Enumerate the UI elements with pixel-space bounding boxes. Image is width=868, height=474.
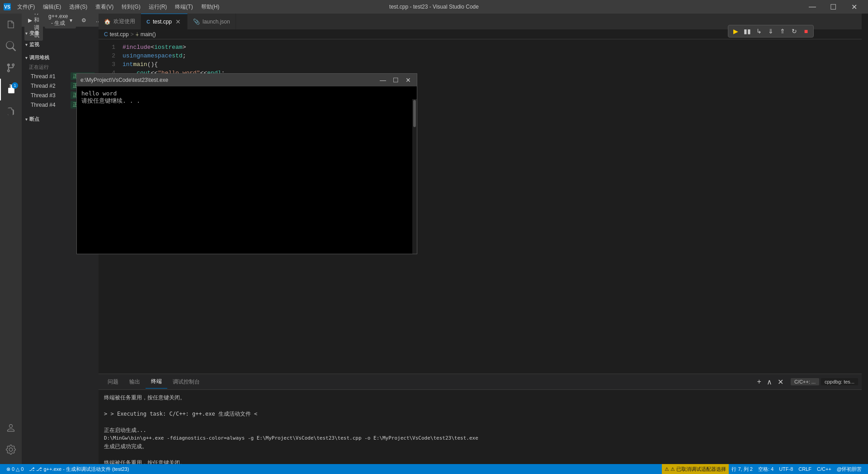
settings-button[interactable]: ⚙ — [78, 16, 90, 25]
status-notification[interactable]: @怀初胆苦 — [834, 464, 864, 474]
title-bar: VS 文件(F)编辑(E)选择(S)查看(V)转到(G)运行(R)终端(T)帮助… — [0, 0, 868, 14]
panel-line-7: 生成已成功完成。 — [104, 442, 856, 450]
bottom-panel: 问题 输出 终端 调试控制台 + ∧ ✕ C/C++: ... cppdbg: … — [99, 374, 862, 464]
panel-tab-debug[interactable]: 调试控制台 — [167, 375, 205, 389]
activity-extensions[interactable] — [0, 100, 22, 122]
play-icon: ▶ — [28, 17, 32, 24]
code-line-2: using namespace std; — [123, 52, 862, 60]
title-bar-title: test.cpp - test23 - Visual Studio Code — [389, 4, 479, 10]
panel-add-button[interactable]: + — [755, 377, 763, 387]
terminal-title: e:\MyProject\VsCode\test23\test.exe — [80, 77, 375, 83]
tab-welcome[interactable]: 🏠 欢迎使用 — [99, 14, 141, 29]
panel-line-1: 终端被任务重用，按任意键关闭。 — [104, 393, 856, 402]
status-language[interactable]: C/C++ — [814, 464, 834, 474]
terminal-scrollbar[interactable] — [412, 99, 417, 254]
warning-icon: ⚠ — [665, 466, 669, 472]
watch-section-header[interactable]: ▾ 监视 — [22, 38, 99, 50]
menu-item-运行(R)[interactable]: 运行(R) — [145, 1, 171, 13]
title-bar-controls: — ☐ ✕ — [802, 0, 864, 14]
more-actions-button[interactable]: … — [92, 16, 99, 25]
terminal-window: e:\MyProject\VsCode\test23\test.exe — ☐ … — [76, 73, 417, 254]
terminal-content: hello word 请按任意键继续. . . — [77, 86, 417, 254]
breadcrumb-scope-icon: ⨢ — [136, 31, 139, 38]
callstack-status: 正在运行 — [22, 63, 99, 71]
debug-stop-button[interactable]: ■ — [801, 26, 811, 36]
minimize-button[interactable]: — — [802, 0, 823, 14]
panel-collapse-button[interactable]: ∧ — [765, 377, 774, 387]
terminal-close-button[interactable]: ✕ — [403, 75, 413, 85]
variables-section-header[interactable]: ▾ 变量 — [22, 27, 99, 38]
right-scrollbar[interactable] — [862, 14, 868, 464]
compiler-select-button[interactable]: g++.exe - 生成 ▾ — [45, 14, 76, 28]
code-line-3: int main(){ — [123, 60, 862, 69]
breadcrumb-icon: C — [104, 31, 108, 38]
debug-step-over-button[interactable]: ↳ — [754, 26, 764, 36]
terminal-scrollbar-thumb[interactable] — [413, 100, 416, 127]
status-git[interactable]: ⎇ ⎇ g++.exe - 生成和调试活动文件 (test23) — [26, 464, 132, 474]
terminal-line-1: hello word — [81, 90, 412, 97]
panel-content[interactable]: 终端被任务重用，按任意键关闭。 > > Executing task: C/C+… — [99, 390, 862, 464]
git-icon: ⎇ — [29, 466, 35, 472]
debug-pause-button[interactable]: ▮▮ — [742, 26, 753, 36]
activity-bar — [0, 14, 22, 464]
menu-item-文件(F)[interactable]: 文件(F) — [14, 1, 38, 13]
panel-line-9: 终端被任务重用，按任意键关闭。 — [104, 459, 856, 464]
panel-tab-problems[interactable]: 问题 — [102, 375, 124, 389]
status-line-ending[interactable]: CRLF — [796, 464, 814, 474]
status-errors[interactable]: ⊗ 0 △ 0 — [4, 464, 26, 474]
status-line-col[interactable]: 行 7, 列 2 — [729, 464, 755, 474]
tab-launchjson[interactable]: 📎 launch.json — [188, 14, 236, 29]
title-bar-left: VS 文件(F)编辑(E)选择(S)查看(V)转到(G)运行(R)终端(T)帮助… — [4, 1, 223, 13]
debug-toolbar-bar: ▶ 运行和调试 g++.exe - 生成 ▾ ⚙ … — [22, 14, 99, 27]
panel-line-3: > > Executing task: C/C++: g++.exe 生成活动文… — [104, 410, 856, 418]
panel-line-4 — [104, 418, 856, 426]
terminal-line-2: 请按任意键继续. . . — [81, 97, 412, 105]
panel-line-6: D:\MinGw\bin\g++.exe -fdiagnostics-color… — [104, 434, 856, 442]
panel-right-tabs: C/C++: ... cppdbg: tes... — [791, 378, 858, 385]
tab-testcpp[interactable]: C test.cpp ✕ — [141, 14, 188, 29]
debug-toolbar: ▶ ▮▮ ↳ ⇓ ⇑ ↻ ■ — [728, 25, 814, 38]
close-button[interactable]: ✕ — [844, 0, 864, 14]
callstack-section-header[interactable]: ▾ 调用堆栈 — [22, 52, 99, 63]
panel-line-5: 正在启动生成... — [104, 426, 856, 434]
status-encoding[interactable]: UTF-8 — [776, 464, 796, 474]
tab-launchjson-icon: 📎 — [193, 19, 200, 25]
activity-settings[interactable] — [0, 439, 22, 460]
panel-line-2 — [104, 402, 856, 410]
status-warning[interactable]: ⚠ ⚠ 已取消调试适配器选择 — [662, 464, 729, 474]
activity-git[interactable] — [0, 57, 22, 79]
terminal-minimize-button[interactable]: — — [378, 75, 388, 85]
menu-item-终端(T)[interactable]: 终端(T) — [171, 1, 196, 13]
tab-testcpp-close[interactable]: ✕ — [175, 18, 182, 25]
status-spaces[interactable]: 空格: 4 — [755, 464, 776, 474]
panel-close-button[interactable]: ✕ — [776, 377, 785, 387]
status-bar: ⊗ 0 △ 0 ⎇ ⎇ g++.exe - 生成和调试活动文件 (test23)… — [0, 464, 868, 474]
activity-bar-bottom — [0, 417, 22, 464]
panel-line-8 — [104, 450, 856, 459]
tab-welcome-icon: 🏠 — [104, 19, 111, 25]
menu-item-选择(S)[interactable]: 选择(S) — [66, 1, 91, 13]
panel-right-tab-1[interactable]: C/C++: ... — [791, 378, 819, 385]
menu-item-转到(G)[interactable]: 转到(G) — [118, 1, 144, 13]
title-bar-menus: 文件(F)编辑(E)选择(S)查看(V)转到(G)运行(R)终端(T)帮助(H) — [14, 1, 223, 13]
terminal-titlebar: e:\MyProject\VsCode\test23\test.exe — ☐ … — [77, 74, 417, 86]
maximize-button[interactable]: ☐ — [823, 0, 844, 14]
menu-item-帮助(H)[interactable]: 帮助(H) — [198, 1, 223, 13]
menu-item-查看(V)[interactable]: 查看(V) — [92, 1, 117, 13]
panel-actions: + ∧ ✕ C/C++: ... cppdbg: tes... — [755, 377, 858, 387]
activity-debug[interactable] — [0, 79, 22, 100]
activity-explorer[interactable] — [0, 14, 22, 35]
terminal-maximize-button[interactable]: ☐ — [391, 75, 401, 85]
debug-continue-button[interactable]: ▶ — [730, 26, 741, 36]
menu-item-编辑(E)[interactable]: 编辑(E) — [39, 1, 65, 13]
panel-right-tab-2[interactable]: cppdbg: tes... — [821, 378, 858, 385]
code-line-1: #include<iostream> — [123, 43, 862, 52]
tab-testcpp-icon: C — [146, 19, 150, 24]
debug-restart-button[interactable]: ↻ — [789, 26, 800, 36]
activity-search[interactable] — [0, 35, 22, 57]
panel-tab-terminal[interactable]: 终端 — [146, 375, 167, 389]
debug-step-out-button[interactable]: ⇑ — [777, 26, 788, 36]
activity-accounts[interactable] — [0, 417, 22, 439]
debug-step-into-button[interactable]: ⇓ — [765, 26, 776, 36]
panel-tab-output[interactable]: 输出 — [124, 375, 146, 389]
